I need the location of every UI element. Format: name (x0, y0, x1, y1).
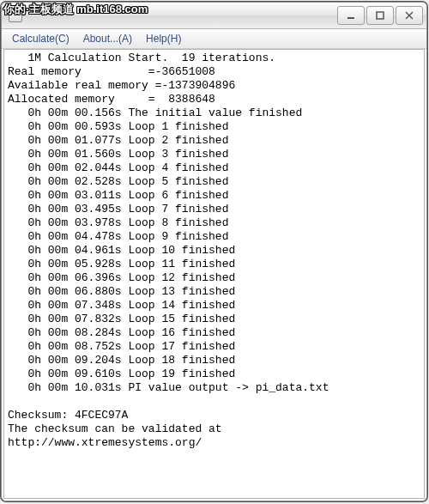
maximize-button[interactable] (366, 6, 394, 25)
app-icon (9, 9, 22, 22)
app-window: Calculate(C) About...(A) Help(H) 1M Calc… (1, 2, 427, 501)
menu-about[interactable]: About...(A) (76, 31, 139, 46)
menu-calculate[interactable]: Calculate(C) (5, 31, 76, 46)
close-button[interactable] (396, 6, 423, 25)
client-area: 1M Calculation Start. 19 iterations. Rea… (3, 49, 425, 499)
menubar: Calculate(C) About...(A) Help(H) (2, 29, 426, 49)
svg-rect-1 (377, 12, 384, 19)
titlebar[interactable] (2, 3, 426, 29)
window-controls (337, 6, 423, 25)
console-output[interactable]: 1M Calculation Start. 19 iterations. Rea… (4, 50, 424, 498)
minimize-button[interactable] (337, 6, 365, 25)
menu-help[interactable]: Help(H) (139, 31, 188, 46)
